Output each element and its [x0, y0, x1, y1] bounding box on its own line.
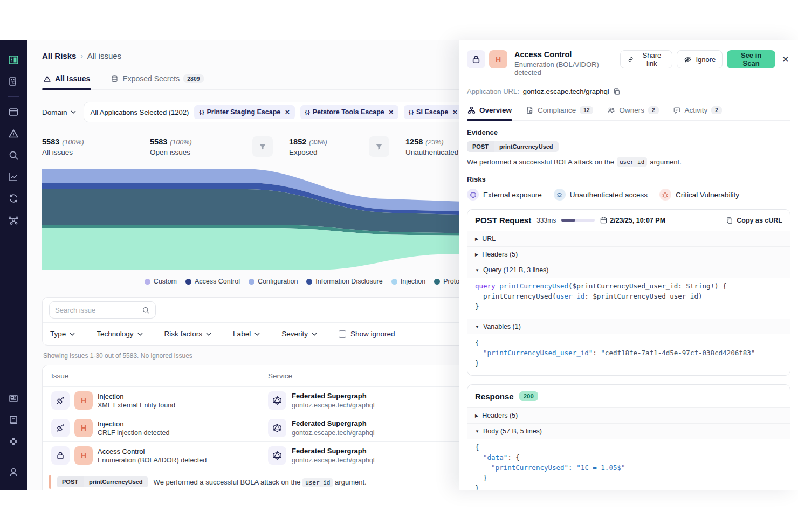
reporting-chart-icon[interactable] [8, 171, 19, 183]
breadcrumb-root[interactable]: All Risks [42, 51, 76, 60]
request-header: POST Request 333ms 2/23/25, 10:07 PM Cop… [467, 210, 790, 231]
close-icon[interactable]: ✕ [780, 52, 790, 67]
tab-owners[interactable]: Owners 2 [607, 105, 659, 120]
tab-activity-label: Activity [685, 106, 708, 114]
window-icon[interactable] [8, 106, 19, 118]
remove-chip-icon[interactable]: ✕ [389, 109, 394, 116]
chevron-down-icon [71, 109, 76, 115]
remove-chip-icon[interactable]: ✕ [285, 109, 290, 116]
stat-percent: (100%) [62, 139, 84, 146]
see-in-scan-button[interactable]: See in Scan [727, 50, 775, 68]
ignore-button[interactable]: Ignore [677, 50, 723, 68]
code-line: } [475, 358, 782, 368]
service-url: gontoz.escape.tech/graphql [292, 429, 375, 437]
evidence-section: Evidence POST printCurrencyUsed We perfo… [467, 128, 790, 167]
tab-exposed-secrets-label: Exposed Secrets [122, 74, 180, 83]
scans-refresh-icon[interactable] [8, 192, 19, 204]
issue-detail-panel: H Access Control Enumeration (BOLA/IDOR)… [459, 40, 798, 490]
legend-item[interactable]: Custom [145, 278, 177, 285]
copy-as-curl-button[interactable]: Copy as cURL [726, 217, 782, 224]
evidence-pill: POST printCurrencyUsed [467, 141, 559, 152]
account-user-icon[interactable] [8, 466, 19, 478]
organization-icon[interactable] [8, 75, 19, 87]
breadcrumb-current: All issues [87, 51, 121, 60]
caret-expanded-icon: ▼ [475, 324, 479, 329]
legend-item[interactable]: Configuration [249, 278, 298, 285]
section-label: Headers (5) [482, 251, 518, 258]
filter-technology[interactable]: Technology [97, 330, 142, 338]
chevron-down-icon [312, 331, 317, 337]
bug-icon [659, 189, 671, 201]
legend-item[interactable]: Information Disclosure [306, 278, 382, 285]
copy-icon[interactable] [613, 88, 621, 95]
service-name: Federated Supergraph [292, 392, 375, 400]
show-ignored-checkbox[interactable] [339, 330, 346, 338]
timestamp-value: 2/23/25, 10:07 PM [610, 217, 665, 224]
code-line: query printCurrencyUsed($printCurrencyUs… [475, 281, 782, 291]
section-body[interactable]: ▼Body (57 B, 5 lines) [467, 423, 790, 439]
tab-all-issues[interactable]: All Issues [42, 72, 91, 89]
tab-compliance[interactable]: Compliance 12 [525, 105, 594, 120]
evidence-text: We performed a successful BOLA attack on… [467, 157, 790, 167]
section-response-headers[interactable]: ▶Headers (5) [467, 407, 790, 423]
issue-cell: HInjectionXML External Entity found [51, 391, 268, 410]
changelog-news-icon[interactable] [8, 392, 19, 404]
link-icon [627, 56, 634, 64]
risk-unauthenticated-access: Unauthenticated access [554, 189, 648, 201]
response-title: Response [475, 392, 514, 401]
service-name: Federated Supergraph [292, 447, 375, 455]
slack-icon[interactable] [8, 436, 19, 447]
stat-percent: (23%) [425, 139, 443, 146]
domain-label: Domain [42, 108, 67, 116]
tab-activity[interactable]: Activity 2 [672, 105, 723, 120]
filter-severity[interactable]: Severity [281, 330, 317, 338]
application-chip[interactable]: {.}Petstore Tools Escape✕ [300, 105, 398, 119]
filter-type[interactable]: Type [50, 330, 75, 338]
section-query[interactable]: ▼Query (121 B, 3 lines) [467, 262, 790, 278]
response-header: Response 200 [467, 385, 790, 407]
application-chip[interactable]: {.}Printer Staging Escape✕ [194, 105, 294, 119]
evidence-code-chip: user_id [302, 478, 333, 487]
stat-value: 5583 [150, 137, 167, 146]
legend-label: Custom [154, 278, 177, 285]
section-variables[interactable]: ▼Variables (1) [467, 319, 790, 334]
remove-chip-icon[interactable]: ✕ [452, 109, 457, 116]
legend-label: Information Disclosure [315, 278, 382, 285]
panel-actions: Share link Ignore See in Scan ✕ [620, 50, 790, 68]
logo-dashboard-icon[interactable] [8, 54, 19, 66]
method-chip: POST [57, 476, 84, 487]
search-input[interactable] [55, 306, 136, 314]
legend-item[interactable]: Injection [391, 278, 426, 285]
filter-label[interactable]: Label [233, 330, 260, 338]
section-label: Headers (5) [482, 412, 518, 419]
variables-code-block: { "printCurrencyUsed_user_id": "cedf18fe… [467, 334, 790, 375]
operation-chip: printCurrencyUsed [84, 476, 148, 487]
legend-item[interactable]: Access Control [185, 278, 240, 285]
legend-dot [249, 279, 254, 285]
filter-risk-factors[interactable]: Risk factors [164, 330, 212, 338]
eye-off-icon [684, 56, 692, 64]
section-url[interactable]: ▶URL [467, 231, 790, 246]
search-icon[interactable] [8, 149, 19, 161]
section-request-headers[interactable]: ▶Headers (5) [467, 246, 790, 262]
search-box[interactable] [49, 301, 156, 319]
exposed-filter-button[interactable] [252, 136, 273, 157]
issues-warning-icon[interactable] [8, 128, 19, 140]
database-icon [111, 75, 119, 83]
unauthenticated-filter-button[interactable] [369, 136, 389, 157]
show-ignored-toggle[interactable]: Show ignored [339, 330, 395, 338]
docs-book-icon[interactable] [8, 414, 19, 426]
share-link-button[interactable]: Share link [620, 50, 673, 68]
owners-icon [607, 106, 615, 114]
code-line: printCurrencyUsed(user_id: $printCurrenc… [475, 291, 782, 301]
issue-text: Access ControlEnumeration (BOLA/IDOR) de… [98, 447, 207, 464]
domain-dropdown[interactable]: Domain [42, 108, 76, 116]
lock-icon [51, 446, 70, 465]
application-chip[interactable]: {.}SI Escape✕ [404, 105, 462, 119]
tab-overview[interactable]: Overview [467, 105, 512, 120]
risk-critical-vulnerability: Critical Vulnerability [659, 189, 739, 201]
filter-label: Label [233, 330, 251, 338]
inventory-graph-icon[interactable] [8, 214, 19, 226]
tab-exposed-secrets[interactable]: Exposed Secrets 2809 [109, 72, 204, 89]
caret-expanded-icon: ▼ [475, 429, 479, 434]
